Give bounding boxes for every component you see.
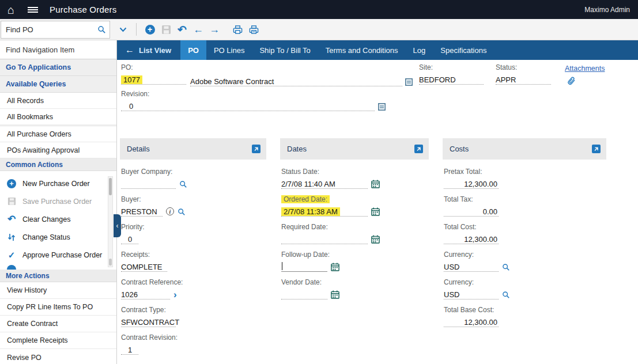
tab-po[interactable]: PO — [180, 40, 206, 60]
tab-ship-to-bill-to[interactable]: Ship To / Bill To — [252, 40, 318, 60]
more-action-revise-po[interactable]: Revise PO — [0, 349, 116, 364]
action-save-purchase-order[interactable]: Save Purchase Order — [0, 192, 116, 210]
info-icon[interactable]: i — [166, 207, 174, 215]
currency-lookup-button[interactable] — [502, 263, 510, 271]
currency-field[interactable]: USD — [444, 260, 499, 272]
required-date-calendar-button[interactable] — [371, 235, 380, 244]
revision-field[interactable]: 0 — [121, 99, 375, 111]
next-record-button[interactable]: → — [206, 21, 222, 39]
required-date-field[interactable] — [281, 232, 368, 244]
action-approve-purchase-order[interactable]: ✓ Approve Purchase Order — [0, 246, 116, 264]
more-action-copy-pr-line-items[interactable]: Copy PR Line Items To PO — [0, 299, 116, 316]
search-icon — [179, 180, 187, 188]
calendar-icon — [371, 207, 380, 216]
buyer-company-field[interactable] — [121, 177, 176, 189]
query-all-purchase-orders[interactable]: All Purchase Orders — [0, 126, 116, 142]
find-navigation-input[interactable] — [0, 46, 116, 54]
field-label: Buyer Company: — [121, 168, 266, 176]
details-panel-title: Details — [127, 145, 150, 153]
field-label: Contract Revision: — [121, 333, 266, 342]
field-label: Vendor Date: — [281, 278, 429, 286]
print-button[interactable] — [229, 21, 246, 39]
main-content: ← List View PO PO Lines Ship To / Bill T… — [117, 40, 638, 364]
calendar-icon — [371, 180, 380, 188]
undo-icon: ↶ — [178, 24, 187, 35]
currency-lookup-button-2[interactable] — [502, 291, 510, 299]
sidebar-item-go-to-applications[interactable]: Go To Applications — [0, 59, 116, 76]
buyer-company-lookup-button[interactable] — [179, 180, 187, 188]
ordered-date-calendar-button[interactable] — [371, 207, 380, 216]
back-to-list-view[interactable]: ← List View — [117, 40, 180, 60]
follow-up-date-calendar-button[interactable] — [331, 263, 339, 271]
query-all-records[interactable]: All Records — [0, 93, 116, 109]
scrollbar-thumb-lower[interactable] — [109, 259, 112, 266]
sidebar-scrollbar[interactable] — [108, 176, 113, 267]
arrow-left-icon: ← — [193, 24, 203, 35]
details-maximize-button[interactable] — [252, 145, 261, 153]
revision-long-description-button[interactable] — [378, 103, 386, 111]
check-icon: ✓ — [8, 251, 16, 259]
menu-button[interactable] — [22, 0, 44, 19]
currency-value: USD — [444, 263, 459, 271]
action-label: Approve Purchase Order — [22, 251, 102, 259]
follow-up-date-field[interactable] — [281, 260, 327, 272]
contract-reference-field[interactable]: 1026 — [121, 287, 170, 299]
paperclip-icon — [565, 74, 577, 88]
attachments-link[interactable]: Attachments — [565, 65, 605, 73]
more-action-create-contract[interactable]: Create Contract — [0, 316, 116, 332]
find-record-input[interactable] — [1, 25, 93, 34]
back-arrow-icon: ← — [125, 45, 134, 55]
revision-value: 0 — [121, 102, 133, 111]
costs-maximize-button[interactable] — [592, 145, 601, 153]
po-field[interactable]: 1077 — [121, 73, 186, 85]
site-field[interactable]: BEDFORD — [419, 73, 484, 85]
navigation-sidebar: Go To Applications Available Queries All… — [0, 40, 117, 364]
total-cost-field: 12,300.00 — [444, 232, 499, 244]
sidebar-collapse-handle[interactable]: ‹ — [114, 214, 121, 237]
more-action-view-history[interactable]: View History — [0, 282, 116, 299]
action-new-purchase-order[interactable]: + New Purchase Order — [0, 175, 116, 192]
previous-record-button[interactable]: ← — [190, 21, 206, 39]
more-action-complete-receipts[interactable]: Complete Receipts — [0, 332, 116, 349]
find-options-button[interactable] — [115, 21, 131, 39]
query-all-bookmarks[interactable]: All Bookmarks — [0, 109, 116, 125]
maximize-icon — [414, 145, 423, 153]
print-preview-button[interactable] — [246, 21, 262, 39]
field-label: Required Date: — [281, 223, 429, 231]
tab-terms-and-conditions[interactable]: Terms and Conditions — [318, 40, 406, 60]
home-button[interactable]: ⌂ — [0, 0, 22, 19]
save-icon — [161, 25, 171, 35]
user-menu[interactable]: Maximo Admin — [584, 6, 630, 14]
ordered-date-field[interactable]: 2/7/08 11:38 AM — [281, 204, 368, 217]
tab-log[interactable]: Log — [406, 40, 433, 60]
clear-changes-button[interactable]: ↶ — [174, 21, 190, 39]
status-date-calendar-button[interactable] — [371, 180, 380, 188]
description-field[interactable]: Adobe Software Contract — [190, 74, 402, 86]
field-label: Total Cost: — [444, 223, 606, 231]
vendor-date-field[interactable] — [281, 287, 327, 299]
priority-field[interactable]: 0 — [121, 232, 138, 244]
buyer-field[interactable]: PRESTON — [121, 204, 163, 217]
long-description-button[interactable] — [405, 78, 413, 86]
buyer-lookup-button[interactable] — [178, 208, 186, 216]
attachments-button[interactable] — [567, 76, 576, 88]
tab-specifications[interactable]: Specifications — [433, 40, 494, 60]
tab-po-lines[interactable]: PO Lines — [206, 40, 252, 60]
long-description-icon — [378, 103, 386, 111]
action-clear-changes[interactable]: ↶ Clear Changes — [0, 210, 116, 228]
status-field: APPR — [496, 73, 551, 85]
action-change-status[interactable]: Change Status — [0, 228, 116, 246]
save-record-button[interactable] — [158, 21, 174, 39]
receipts-field: COMPLETE — [121, 260, 167, 272]
dates-maximize-button[interactable] — [414, 145, 423, 153]
currency-field-2[interactable]: USD — [444, 287, 499, 299]
find-search-button[interactable] — [93, 21, 110, 39]
status-value: APPR — [496, 75, 516, 84]
costs-panel: Costs Pretax Total: 12,300.00 Total Tax:… — [443, 138, 606, 361]
dates-panel-header: Dates — [280, 138, 429, 160]
chevron-right-icon[interactable]: › — [173, 290, 177, 299]
query-pos-awaiting-approval[interactable]: POs Awaiting Approval — [0, 142, 116, 158]
vendor-date-calendar-button[interactable] — [331, 290, 339, 299]
scrollbar-thumb[interactable] — [109, 178, 112, 195]
new-record-button[interactable]: + — [142, 21, 158, 39]
